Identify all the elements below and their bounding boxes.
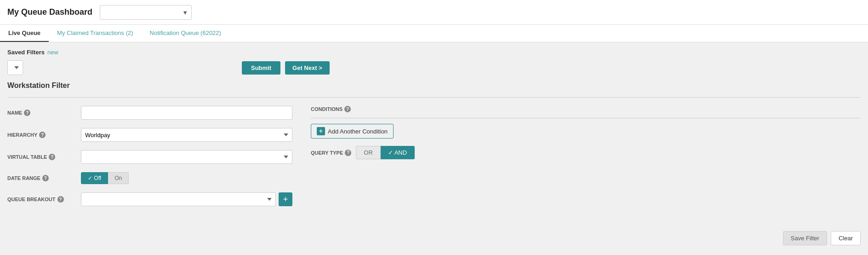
add-condition-icon: +: [317, 127, 325, 135]
queue-breakout-controls: +: [81, 192, 292, 206]
clear-button[interactable]: Clear: [831, 231, 861, 245]
form-right: CONDITIONS ? + Add Another Condition QUE…: [311, 106, 861, 214]
filter-controls: Submit Get Next >: [7, 60, 861, 75]
query-type-help-icon[interactable]: ?: [345, 150, 351, 156]
page-title: My Queue Dashboard: [7, 7, 92, 17]
hierarchy-select[interactable]: Worldpay: [81, 128, 292, 142]
date-range-help-icon[interactable]: ?: [42, 175, 49, 181]
query-and-button[interactable]: ✓ AND: [381, 146, 415, 159]
hierarchy-label: HIERARCHY ?: [7, 132, 81, 138]
queue-breakout-help-icon[interactable]: ?: [57, 196, 64, 203]
hierarchy-field: Worldpay: [81, 128, 292, 142]
name-label: NAME ?: [7, 110, 81, 116]
get-next-button[interactable]: Get Next >: [285, 61, 330, 75]
hierarchy-row: HIERARCHY ? Worldpay: [7, 128, 292, 142]
saved-filters-new-link[interactable]: new: [47, 49, 58, 56]
saved-filters-label: Saved Filters: [7, 49, 45, 56]
date-range-label: DATE RANGE ?: [7, 175, 81, 181]
saved-filters-row: Saved Filters new: [7, 49, 861, 56]
plus-icon: +: [283, 195, 288, 203]
workstation-filter-title: Workstation Filter: [7, 81, 861, 90]
tab-live-queue[interactable]: Live Queue: [0, 25, 49, 42]
saved-filter-select[interactable]: [7, 60, 23, 75]
virtual-table-help-icon[interactable]: ?: [49, 154, 55, 160]
queue-breakout-row: QUEUE BREAKOUT ? +: [7, 192, 292, 206]
name-row: NAME ?: [7, 106, 292, 120]
queue-breakout-field: +: [81, 192, 292, 206]
date-range-off-button[interactable]: ✓ Off: [81, 172, 108, 184]
queue-breakout-select[interactable]: [81, 192, 276, 206]
add-condition-label: Add Another Condition: [328, 128, 388, 135]
divider: [7, 97, 861, 98]
save-filter-button[interactable]: Save Filter: [783, 231, 827, 245]
form-left: NAME ? HIERARCHY ? Worldpay: [7, 106, 292, 214]
submit-button[interactable]: Submit: [242, 61, 280, 75]
virtual-table-row: VIRTUAL TABLE ?: [7, 150, 292, 164]
conditions-divider: [311, 118, 861, 118]
tab-my-claimed-transactions[interactable]: My Claimed Transactions (2): [49, 25, 141, 42]
date-range-toggle: ✓ Off On: [81, 172, 292, 184]
date-range-on-button[interactable]: On: [108, 172, 129, 184]
add-condition-button[interactable]: + Add Another Condition: [311, 124, 394, 139]
query-or-button[interactable]: OR: [356, 146, 381, 159]
virtual-table-select[interactable]: [81, 150, 292, 164]
query-type-label: QUERY TYPE ?: [311, 150, 351, 156]
conditions-help-icon[interactable]: ?: [344, 106, 351, 112]
name-help-icon[interactable]: ?: [24, 110, 30, 116]
tabs-container: Live Queue My Claimed Transactions (2) N…: [0, 25, 868, 42]
virtual-table-label: VIRTUAL TABLE ?: [7, 154, 81, 160]
queue-breakout-label: QUEUE BREAKOUT ?: [7, 196, 81, 203]
conditions-section-label: CONDITIONS ?: [311, 106, 861, 112]
tab-notification-queue[interactable]: Notification Queue (62022): [142, 25, 229, 42]
header-dropdown[interactable]: [100, 5, 192, 20]
form-layout: NAME ? HIERARCHY ? Worldpay: [7, 106, 861, 214]
top-header: My Queue Dashboard ▼: [0, 0, 868, 25]
virtual-table-field: [81, 150, 292, 164]
bottom-actions: Save Filter Clear: [7, 224, 861, 245]
name-input[interactable]: [81, 106, 292, 120]
name-field: [81, 106, 292, 120]
query-type-row: QUERY TYPE ? OR ✓ AND: [311, 146, 861, 159]
queue-breakout-add-button[interactable]: +: [279, 192, 292, 206]
date-range-field: ✓ Off On: [81, 172, 292, 184]
query-type-toggle: OR ✓ AND: [356, 146, 415, 159]
main-content: Saved Filters new Submit Get Next > Work…: [0, 42, 868, 255]
date-range-row: DATE RANGE ? ✓ Off On: [7, 172, 292, 184]
hierarchy-help-icon[interactable]: ?: [39, 132, 46, 138]
